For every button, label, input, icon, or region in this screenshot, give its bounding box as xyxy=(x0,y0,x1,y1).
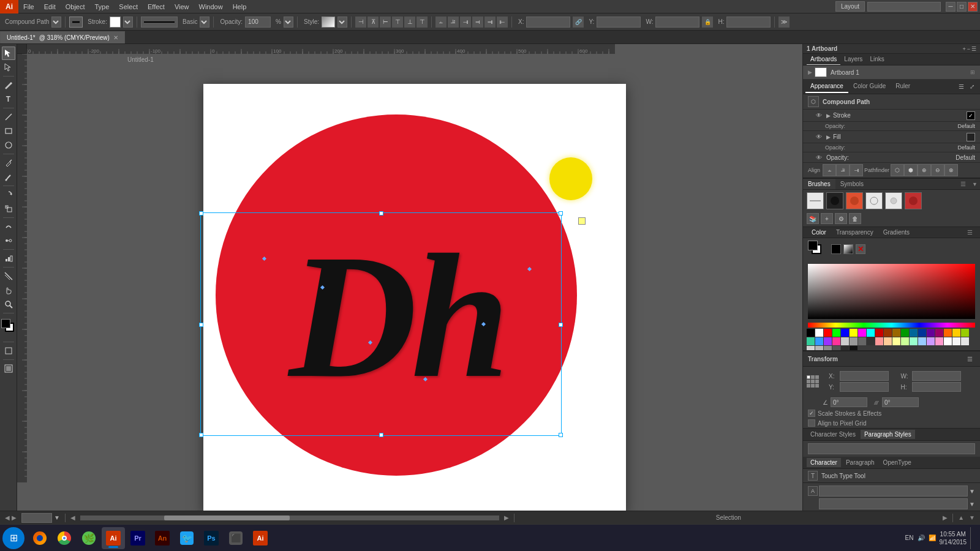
align-bottom-icon[interactable]: ⊤ xyxy=(417,17,428,28)
layers-tab[interactable]: Layers xyxy=(840,54,866,65)
transform-shear-input[interactable] xyxy=(882,397,919,407)
color-swatch[interactable] xyxy=(841,329,849,337)
more-options-icon[interactable]: ≫ xyxy=(778,17,790,28)
color-swatch[interactable] xyxy=(858,329,866,337)
distrib-5-icon[interactable]: ⫥ xyxy=(484,17,496,28)
status-scroll-left[interactable]: ◀ xyxy=(70,514,75,521)
artboard-list-expand-icon[interactable]: ▶ xyxy=(808,69,812,75)
color-swatch[interactable] xyxy=(944,329,952,337)
color-swatch[interactable] xyxy=(901,329,909,337)
pencil-tool[interactable] xyxy=(2,156,15,170)
bs-collapse-btn[interactable]: ▼ xyxy=(970,181,980,187)
color-swatch[interactable] xyxy=(918,329,926,337)
canvas-area[interactable]: Untitled-1 Dh xyxy=(17,44,802,538)
status-arrow-btn[interactable]: ▶ xyxy=(943,514,948,521)
menu-view[interactable]: View xyxy=(170,0,194,13)
style-select[interactable] xyxy=(337,17,347,28)
color-swatch[interactable] xyxy=(832,329,840,337)
align-btn-3[interactable]: ⫣ xyxy=(850,164,863,176)
distrib-6-icon[interactable]: ⫦ xyxy=(497,17,508,28)
systray-lang[interactable]: EN xyxy=(905,534,914,541)
font-style-input[interactable]: Regular xyxy=(819,498,968,509)
brush-select[interactable] xyxy=(200,17,209,28)
cp-menu-btn[interactable]: ☰ xyxy=(963,229,976,236)
brush-swatch-5[interactable] xyxy=(885,192,902,209)
align-pixel-checkbox[interactable] xyxy=(808,419,815,427)
opacity-select[interactable] xyxy=(284,17,293,28)
taskbar-ai2[interactable]: Ai xyxy=(249,527,272,549)
taskbar-square-app[interactable]: ⬛ xyxy=(224,527,247,549)
hand-tool[interactable] xyxy=(2,283,15,297)
brush-swatch-6[interactable] xyxy=(905,192,922,209)
status-next-btn[interactable]: ▶ xyxy=(12,514,17,521)
color-swatch[interactable] xyxy=(807,337,815,345)
start-button[interactable]: ⊞ xyxy=(2,527,24,549)
color-gradient-picker[interactable] xyxy=(808,264,975,319)
color-swatch[interactable] xyxy=(961,329,969,337)
color-swatch[interactable] xyxy=(824,337,832,345)
color-swatch[interactable] xyxy=(832,346,840,350)
pf-btn-2[interactable]: ⬢ xyxy=(904,164,918,176)
color-swatch[interactable] xyxy=(910,337,918,345)
opentype-tab[interactable]: OpenType xyxy=(880,458,915,467)
artboard-list-item-1[interactable]: ▶ Artboard 1 ⊞ xyxy=(803,66,980,80)
paragraph-styles-tab[interactable]: Paragraph Styles xyxy=(861,430,915,439)
systray-network[interactable]: 📶 xyxy=(929,534,936,541)
menu-object[interactable]: Object xyxy=(61,0,90,13)
type-tool[interactable]: T xyxy=(2,92,15,106)
color-swatch[interactable] xyxy=(841,346,849,350)
distrib-2-icon[interactable]: ⫡ xyxy=(448,17,459,28)
line-tool[interactable] xyxy=(2,110,15,124)
color-swatch[interactable] xyxy=(867,329,875,337)
color-swatch[interactable] xyxy=(918,337,926,345)
transform-y-input[interactable]: 75.206 mm xyxy=(840,382,889,392)
color-swatch[interactable] xyxy=(884,337,892,345)
cp-fill-well[interactable] xyxy=(808,241,818,250)
x-input[interactable]: 48.255 mm xyxy=(526,17,570,28)
opacity-input[interactable] xyxy=(245,17,271,28)
pf-btn-1[interactable]: ⬡ xyxy=(891,164,904,176)
systray-show-desktop[interactable] xyxy=(970,527,973,549)
distrib-4-icon[interactable]: ⫤ xyxy=(472,17,483,28)
status-prev-btn[interactable]: ◀ xyxy=(5,514,10,521)
appearance-fill-eye[interactable]: 👁 xyxy=(815,133,823,141)
color-swatch[interactable] xyxy=(850,346,858,350)
color-swatch[interactable] xyxy=(832,337,840,345)
color-swatch[interactable] xyxy=(815,346,823,350)
status-zoom-input[interactable]: 319% xyxy=(21,513,52,523)
paragraph-style-input[interactable]: [Normal Paragraph Style] xyxy=(808,443,975,454)
color-swatch[interactable] xyxy=(935,329,943,337)
pf-btn-5[interactable]: ⊗ xyxy=(944,164,958,176)
taskbar-app3[interactable]: 🌿 xyxy=(77,527,100,549)
taskbar-premiere[interactable]: Pr xyxy=(126,527,149,549)
align-right-icon[interactable]: ⊢ xyxy=(380,17,391,28)
align-center-h-icon[interactable]: ⊼ xyxy=(368,17,379,28)
align-btn-2[interactable]: ⫡ xyxy=(836,164,850,176)
color-swatch[interactable] xyxy=(815,337,823,345)
slice-tool[interactable] xyxy=(2,269,15,283)
symbols-tab[interactable]: Symbols xyxy=(835,179,869,189)
path-type-select[interactable] xyxy=(51,17,61,28)
color-swatch[interactable] xyxy=(901,337,909,345)
appearance-opacity-eye[interactable]: 👁 xyxy=(815,154,823,161)
rect-tool[interactable] xyxy=(2,124,15,138)
color-tab[interactable]: Color xyxy=(807,227,831,238)
color-swatch[interactable] xyxy=(927,337,935,345)
appearance-stroke-eye[interactable]: 👁 xyxy=(815,112,823,119)
brush-del-btn[interactable]: 🗑 xyxy=(849,213,861,224)
taskbar-photoshop[interactable]: Ps xyxy=(200,527,223,549)
menu-window[interactable]: Window xyxy=(194,0,228,13)
cp-gradient-btn[interactable] xyxy=(843,244,853,254)
color-swatch[interactable] xyxy=(850,329,858,337)
wh-lock-icon[interactable]: 🔒 xyxy=(702,17,713,28)
font-name-input[interactable]: UTM Androgyne xyxy=(819,485,968,497)
color-swatch[interactable] xyxy=(961,337,969,345)
appearance-tab[interactable]: Appearance xyxy=(805,80,848,93)
menu-effect[interactable]: Effect xyxy=(143,0,170,13)
status-v-scroll-up[interactable]: ▲ xyxy=(958,514,964,521)
status-v-scroll-down[interactable]: ▼ xyxy=(969,514,975,521)
color-swatch[interactable] xyxy=(884,329,892,337)
close-button[interactable]: ✕ xyxy=(968,2,978,12)
systray-volume[interactable]: 🔊 xyxy=(918,534,925,541)
taskbar-illustrator[interactable]: Ai xyxy=(102,527,125,549)
